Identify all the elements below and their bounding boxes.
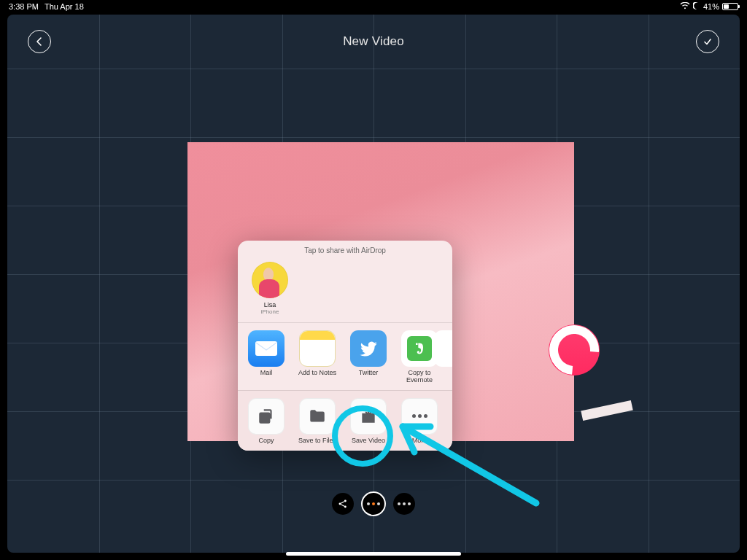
mail-icon	[248, 330, 285, 367]
ellipsis-icon	[398, 502, 411, 505]
status-time: 3:38 PM	[9, 2, 39, 11]
page-dots-icon	[367, 502, 380, 505]
copy-icon	[248, 398, 285, 435]
airdrop-name: Lisa	[264, 301, 276, 308]
evernote-icon	[401, 330, 438, 367]
action-more[interactable]: More	[394, 398, 445, 445]
canvas-sticker-icon[interactable]	[549, 324, 600, 376]
page-title: New Video	[343, 34, 404, 49]
tool-page-indicator[interactable]	[363, 493, 384, 515]
share-app-twitter[interactable]: Twitter	[343, 330, 394, 384]
arrow-left-icon	[34, 36, 44, 47]
svg-point-1	[339, 503, 341, 505]
status-date: Thu Apr 18	[44, 2, 84, 11]
save-video-icon	[350, 398, 387, 435]
screen: 3:38 PM Thu Apr 18 41% N	[0, 0, 747, 560]
svg-point-3	[344, 506, 347, 508]
battery-fill	[724, 4, 729, 9]
share-app-mail[interactable]: Mail	[241, 330, 292, 384]
home-indicator[interactable]	[286, 552, 461, 556]
tool-more[interactable]	[393, 493, 415, 515]
share-actions-row[interactable]: Copy Save to Files Save Video	[238, 390, 452, 451]
action-save-video[interactable]: Save Video	[343, 398, 394, 445]
airdrop-contact[interactable]: Lisa iPhone	[248, 262, 292, 315]
bottom-toolbar	[332, 493, 415, 515]
twitter-icon	[350, 330, 387, 367]
share-icon	[337, 498, 349, 510]
check-icon	[703, 36, 713, 47]
moon-icon	[693, 2, 700, 11]
share-sheet-header: Tap to share with AirDrop	[238, 241, 452, 259]
airdrop-row: Lisa iPhone	[238, 259, 452, 322]
folder-icon	[299, 398, 336, 435]
action-copy[interactable]: Copy	[241, 398, 292, 445]
more-icon	[401, 398, 438, 435]
back-button[interactable]	[28, 30, 51, 53]
share-apps-row[interactable]: Mail Add to Notes Twitter	[238, 322, 452, 390]
battery-icon	[722, 3, 738, 10]
top-bar: New Video	[7, 15, 740, 69]
battery-percent: 41%	[703, 2, 719, 11]
svg-point-2	[344, 500, 347, 502]
app-canvas: New Video Tap to share with AirDrop Lisa…	[7, 15, 740, 553]
share-app-overflow[interactable]	[445, 330, 452, 384]
app-overflow-icon	[434, 330, 452, 367]
avatar	[252, 262, 288, 298]
svg-rect-0	[255, 341, 277, 356]
airdrop-device: iPhone	[261, 308, 279, 315]
share-app-notes[interactable]: Add to Notes	[292, 330, 343, 384]
wifi-icon	[680, 2, 690, 11]
tool-share[interactable]	[332, 493, 354, 515]
confirm-button[interactable]	[696, 30, 719, 53]
status-bar: 3:38 PM Thu Apr 18 41%	[0, 0, 747, 13]
share-sheet: Tap to share with AirDrop Lisa iPhone Ma…	[238, 241, 452, 451]
notes-icon	[299, 330, 336, 367]
canvas-handle[interactable]	[581, 400, 632, 421]
action-save-to-files[interactable]: Save to Files	[292, 398, 343, 445]
